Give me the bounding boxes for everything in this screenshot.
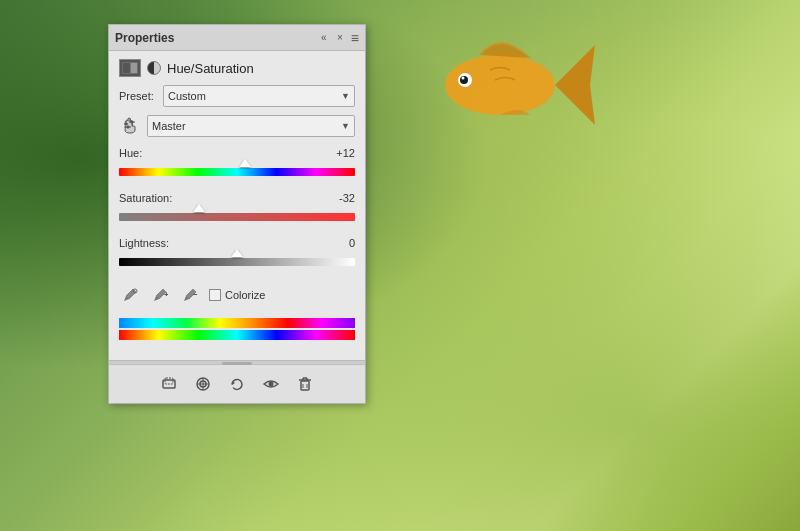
colorize-checkbox[interactable] bbox=[209, 289, 221, 301]
rainbow-bar-top bbox=[119, 318, 355, 328]
svg-point-24 bbox=[269, 382, 274, 387]
svg-rect-7 bbox=[131, 63, 137, 73]
scroll-nub bbox=[222, 362, 252, 365]
svg-marker-1 bbox=[555, 45, 595, 125]
eyedropper-add-button[interactable]: + bbox=[149, 284, 171, 306]
hue-header: Hue: +12 bbox=[119, 147, 355, 159]
hand-tool-icon[interactable] bbox=[119, 115, 141, 137]
channel-dropdown[interactable]: Master ▼ bbox=[147, 115, 355, 137]
preset-dropdown[interactable]: Custom ▼ bbox=[163, 85, 355, 107]
panel-title-bar: Properties « × ≡ bbox=[109, 25, 365, 51]
lightness-thumb[interactable] bbox=[231, 249, 243, 263]
fish-decoration bbox=[420, 20, 600, 140]
lightness-header: Lightness: 0 bbox=[119, 237, 355, 249]
lightness-label: Lightness: bbox=[119, 237, 169, 249]
layer-type-row: Hue/Saturation bbox=[119, 59, 355, 77]
preset-label: Preset: bbox=[119, 90, 157, 102]
preset-arrow-icon: ▼ bbox=[341, 91, 350, 101]
eyedropper-row: + − Colorize bbox=[119, 282, 355, 306]
svg-rect-25 bbox=[301, 381, 309, 390]
channel-arrow-icon: ▼ bbox=[341, 121, 350, 131]
preset-row: Preset: Custom ▼ bbox=[119, 85, 355, 107]
saturation-header: Saturation: -32 bbox=[119, 192, 355, 204]
preset-value: Custom bbox=[168, 90, 206, 102]
channel-value: Master bbox=[152, 120, 186, 132]
saturation-track bbox=[119, 213, 355, 221]
eyedropper-button[interactable] bbox=[119, 284, 141, 306]
channel-row: Master ▼ bbox=[119, 115, 355, 137]
panel-title: Properties bbox=[115, 31, 174, 45]
half-circle-icon bbox=[147, 61, 161, 75]
clip-mask-button[interactable] bbox=[156, 371, 182, 397]
menu-button[interactable]: ≡ bbox=[351, 31, 359, 45]
rainbow-bar-bottom bbox=[119, 330, 355, 340]
collapse-button[interactable]: « bbox=[319, 33, 329, 43]
svg-point-4 bbox=[462, 77, 465, 80]
hue-track bbox=[119, 168, 355, 176]
rainbow-bar-container bbox=[119, 318, 355, 340]
layer-type-label: Hue/Saturation bbox=[167, 61, 254, 76]
hue-label: Hue: bbox=[119, 147, 142, 159]
colorize-label: Colorize bbox=[225, 289, 265, 301]
svg-text:+: + bbox=[164, 290, 168, 299]
colorize-row: Colorize bbox=[209, 289, 265, 301]
bottom-toolbar bbox=[109, 364, 365, 403]
lightness-track-container[interactable] bbox=[119, 252, 355, 272]
hue-thumb[interactable] bbox=[239, 159, 251, 173]
saturation-thumb[interactable] bbox=[193, 204, 205, 218]
hue-value: +12 bbox=[325, 147, 355, 159]
saturation-track-container[interactable] bbox=[119, 207, 355, 227]
reset-button[interactable] bbox=[224, 371, 250, 397]
panel-body: Hue/Saturation Preset: Custom ▼ bbox=[109, 51, 365, 360]
visibility-button[interactable] bbox=[258, 371, 284, 397]
lightness-value: 0 bbox=[325, 237, 355, 249]
hue-slider-row: Hue: +12 bbox=[119, 147, 355, 182]
saturation-slider-row: Saturation: -32 bbox=[119, 192, 355, 227]
adjustment-layer-icon bbox=[119, 59, 141, 77]
close-button[interactable]: × bbox=[335, 33, 345, 43]
lightness-slider-row: Lightness: 0 bbox=[119, 237, 355, 272]
view-mode-button[interactable] bbox=[190, 371, 216, 397]
properties-panel: Properties « × ≡ Hue/Saturation Preset: bbox=[108, 24, 366, 404]
hue-track-container[interactable] bbox=[119, 162, 355, 182]
svg-rect-18 bbox=[165, 378, 173, 384]
saturation-value: -32 bbox=[325, 192, 355, 204]
svg-point-9 bbox=[125, 123, 128, 126]
saturation-label: Saturation: bbox=[119, 192, 172, 204]
delete-button[interactable] bbox=[292, 371, 318, 397]
title-controls: « × ≡ bbox=[319, 31, 359, 45]
svg-text:−: − bbox=[193, 290, 198, 299]
svg-point-11 bbox=[131, 121, 134, 124]
svg-rect-6 bbox=[123, 63, 130, 73]
svg-point-13 bbox=[127, 126, 130, 129]
eyedropper-subtract-button[interactable]: − bbox=[179, 284, 201, 306]
